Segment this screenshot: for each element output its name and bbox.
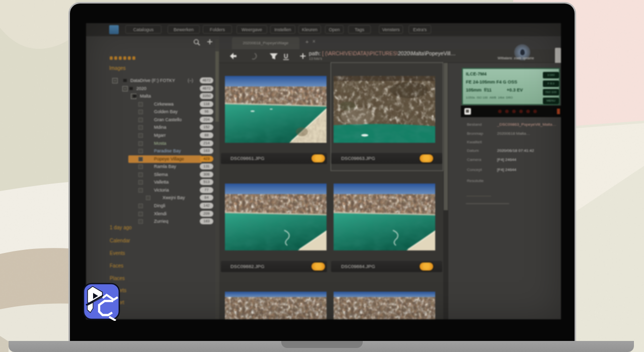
svg-text:U: U (284, 53, 288, 60)
